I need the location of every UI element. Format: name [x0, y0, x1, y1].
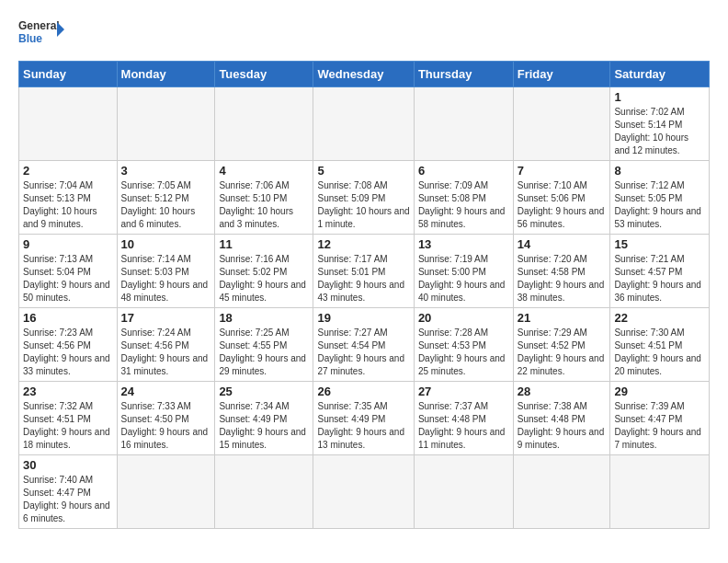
calendar-cell	[19, 87, 118, 161]
calendar-cell	[117, 455, 215, 529]
calendar-cell: 25Sunrise: 7:34 AM Sunset: 4:49 PM Dayli…	[215, 382, 313, 455]
calendar-cell: 11Sunrise: 7:16 AM Sunset: 5:02 PM Dayli…	[215, 235, 313, 308]
calendar-cell: 29Sunrise: 7:39 AM Sunset: 4:47 PM Dayli…	[610, 382, 710, 455]
calendar-cell	[117, 87, 215, 161]
day-info: Sunrise: 7:32 AM Sunset: 4:51 PM Dayligh…	[23, 400, 113, 452]
calendar-cell: 5Sunrise: 7:08 AM Sunset: 5:09 PM Daylig…	[313, 161, 414, 235]
calendar-cell	[513, 455, 610, 529]
weekday-header-wednesday: Wednesday	[313, 62, 414, 87]
day-info: Sunrise: 7:35 AM Sunset: 4:49 PM Dayligh…	[317, 400, 409, 452]
calendar-cell: 1Sunrise: 7:02 AM Sunset: 5:14 PM Daylig…	[610, 87, 710, 161]
day-info: Sunrise: 7:23 AM Sunset: 4:56 PM Dayligh…	[23, 327, 113, 378]
day-info: Sunrise: 7:06 AM Sunset: 5:10 PM Dayligh…	[219, 179, 309, 231]
weekday-header-tuesday: Tuesday	[215, 62, 313, 87]
day-number: 28	[518, 385, 607, 398]
calendar-cell: 30Sunrise: 7:40 AM Sunset: 4:47 PM Dayli…	[19, 455, 118, 529]
day-number: 29	[614, 385, 705, 398]
day-number: 30	[23, 458, 113, 472]
day-number: 14	[518, 237, 607, 251]
weekday-header-row: SundayMondayTuesdayWednesdayThursdayFrid…	[19, 62, 710, 87]
calendar-table: SundayMondayTuesdayWednesdayThursdayFrid…	[18, 61, 710, 529]
calendar-cell: 28Sunrise: 7:38 AM Sunset: 4:48 PM Dayli…	[513, 382, 610, 455]
calendar-cell: 18Sunrise: 7:25 AM Sunset: 4:55 PM Dayli…	[215, 308, 313, 382]
calendar-cell: 21Sunrise: 7:29 AM Sunset: 4:52 PM Dayli…	[513, 308, 610, 382]
day-info: Sunrise: 7:20 AM Sunset: 4:58 PM Dayligh…	[518, 253, 607, 304]
day-number: 6	[418, 164, 509, 178]
calendar-cell: 23Sunrise: 7:32 AM Sunset: 4:51 PM Dayli…	[19, 382, 118, 455]
calendar-cell: 26Sunrise: 7:35 AM Sunset: 4:49 PM Dayli…	[313, 382, 414, 455]
calendar-cell	[610, 455, 710, 529]
day-number: 15	[614, 237, 705, 251]
calendar-cell: 10Sunrise: 7:14 AM Sunset: 5:03 PM Dayli…	[117, 235, 215, 308]
weekday-header-friday: Friday	[513, 62, 610, 87]
calendar-cell: 20Sunrise: 7:28 AM Sunset: 4:53 PM Dayli…	[414, 308, 513, 382]
calendar-cell: 15Sunrise: 7:21 AM Sunset: 4:57 PM Dayli…	[610, 235, 710, 308]
day-info: Sunrise: 7:17 AM Sunset: 5:01 PM Dayligh…	[317, 253, 409, 304]
calendar-cell: 3Sunrise: 7:05 AM Sunset: 5:12 PM Daylig…	[117, 161, 215, 235]
logo-svg: General Blue	[18, 15, 64, 52]
day-info: Sunrise: 7:12 AM Sunset: 5:05 PM Dayligh…	[614, 179, 705, 231]
calendar-cell: 8Sunrise: 7:12 AM Sunset: 5:05 PM Daylig…	[610, 161, 710, 235]
calendar-cell: 13Sunrise: 7:19 AM Sunset: 5:00 PM Dayli…	[414, 235, 513, 308]
calendar-row: 9Sunrise: 7:13 AM Sunset: 5:04 PM Daylig…	[19, 235, 710, 308]
day-number: 20	[418, 311, 509, 325]
calendar-cell: 14Sunrise: 7:20 AM Sunset: 4:58 PM Dayli…	[513, 235, 610, 308]
day-info: Sunrise: 7:10 AM Sunset: 5:06 PM Dayligh…	[518, 179, 607, 231]
day-number: 4	[219, 164, 309, 178]
calendar-cell: 7Sunrise: 7:10 AM Sunset: 5:06 PM Daylig…	[513, 161, 610, 235]
weekday-header-monday: Monday	[117, 62, 215, 87]
day-number: 10	[121, 237, 211, 251]
calendar-cell: 2Sunrise: 7:04 AM Sunset: 5:13 PM Daylig…	[19, 161, 118, 235]
day-info: Sunrise: 7:19 AM Sunset: 5:00 PM Dayligh…	[418, 253, 509, 304]
calendar-cell: 4Sunrise: 7:06 AM Sunset: 5:10 PM Daylig…	[215, 161, 313, 235]
day-number: 26	[317, 385, 409, 398]
day-info: Sunrise: 7:33 AM Sunset: 4:50 PM Dayligh…	[121, 400, 211, 452]
calendar-cell: 6Sunrise: 7:09 AM Sunset: 5:08 PM Daylig…	[414, 161, 513, 235]
day-number: 12	[317, 237, 409, 251]
header: General Blue	[18, 15, 710, 52]
day-info: Sunrise: 7:14 AM Sunset: 5:03 PM Dayligh…	[121, 253, 211, 304]
weekday-header-thursday: Thursday	[414, 62, 513, 87]
day-number: 8	[614, 164, 705, 178]
day-number: 2	[23, 164, 113, 178]
calendar-cell	[414, 455, 513, 529]
day-number: 27	[418, 385, 509, 398]
calendar-cell	[215, 87, 313, 161]
calendar-row: 30Sunrise: 7:40 AM Sunset: 4:47 PM Dayli…	[19, 455, 710, 529]
logo: General Blue	[18, 15, 64, 52]
calendar-cell: 17Sunrise: 7:24 AM Sunset: 4:56 PM Dayli…	[117, 308, 215, 382]
calendar-cell: 16Sunrise: 7:23 AM Sunset: 4:56 PM Dayli…	[19, 308, 118, 382]
day-number: 3	[121, 164, 211, 178]
calendar-cell: 19Sunrise: 7:27 AM Sunset: 4:54 PM Dayli…	[313, 308, 414, 382]
calendar-cell: 12Sunrise: 7:17 AM Sunset: 5:01 PM Dayli…	[313, 235, 414, 308]
day-info: Sunrise: 7:39 AM Sunset: 4:47 PM Dayligh…	[614, 400, 705, 452]
weekday-header-saturday: Saturday	[610, 62, 710, 87]
calendar-row: 2Sunrise: 7:04 AM Sunset: 5:13 PM Daylig…	[19, 161, 710, 235]
calendar-row: 1Sunrise: 7:02 AM Sunset: 5:14 PM Daylig…	[19, 87, 710, 161]
day-number: 21	[518, 311, 607, 325]
day-number: 1	[614, 90, 705, 104]
day-number: 9	[23, 237, 113, 251]
calendar-cell	[513, 87, 610, 161]
day-number: 11	[219, 237, 309, 251]
calendar-cell	[215, 455, 313, 529]
day-info: Sunrise: 7:13 AM Sunset: 5:04 PM Dayligh…	[23, 253, 113, 304]
calendar-cell: 27Sunrise: 7:37 AM Sunset: 4:48 PM Dayli…	[414, 382, 513, 455]
day-info: Sunrise: 7:37 AM Sunset: 4:48 PM Dayligh…	[418, 400, 509, 452]
day-info: Sunrise: 7:08 AM Sunset: 5:09 PM Dayligh…	[317, 179, 409, 231]
day-number: 25	[219, 385, 309, 398]
day-number: 5	[317, 164, 409, 178]
weekday-header-sunday: Sunday	[19, 62, 118, 87]
day-info: Sunrise: 7:30 AM Sunset: 4:51 PM Dayligh…	[614, 327, 705, 378]
day-info: Sunrise: 7:29 AM Sunset: 4:52 PM Dayligh…	[518, 327, 607, 378]
calendar-cell	[313, 87, 414, 161]
day-info: Sunrise: 7:27 AM Sunset: 4:54 PM Dayligh…	[317, 327, 409, 378]
day-info: Sunrise: 7:28 AM Sunset: 4:53 PM Dayligh…	[418, 327, 509, 378]
day-number: 7	[518, 164, 607, 178]
svg-text:Blue: Blue	[18, 32, 42, 45]
calendar-cell: 22Sunrise: 7:30 AM Sunset: 4:51 PM Dayli…	[610, 308, 710, 382]
day-info: Sunrise: 7:09 AM Sunset: 5:08 PM Dayligh…	[418, 179, 509, 231]
svg-text:General: General	[18, 19, 60, 32]
day-info: Sunrise: 7:02 AM Sunset: 5:14 PM Dayligh…	[614, 106, 705, 157]
day-info: Sunrise: 7:21 AM Sunset: 4:57 PM Dayligh…	[614, 253, 705, 304]
